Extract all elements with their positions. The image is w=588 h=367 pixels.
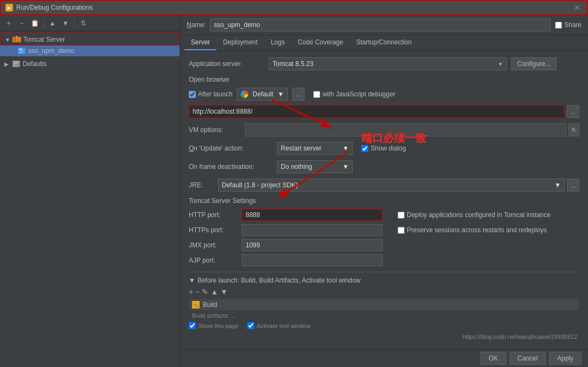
- close-button[interactable]: ✕: [572, 3, 583, 12]
- preserve-checkbox-label[interactable]: Preserve sessions across restarts and re…: [398, 226, 547, 234]
- browser-dots-button[interactable]: ...: [292, 88, 305, 101]
- svg-rect-6: [19, 53, 23, 53]
- jre-dots-button[interactable]: ...: [567, 179, 579, 192]
- ajp-port-input[interactable]: [242, 254, 382, 266]
- app-server-dropdown[interactable]: Tomcat 8.5.23 ▼: [269, 57, 507, 70]
- http-port-label: HTTP port:: [189, 211, 237, 219]
- sso-config-icon: [17, 47, 26, 55]
- vm-options-row: VM options: ⇱: [189, 123, 579, 136]
- jre-dropdown[interactable]: Default (1.8 - project SDK) ▼: [218, 179, 565, 192]
- deploy-checkbox[interactable]: [398, 212, 405, 219]
- bl-edit-button[interactable]: ✎: [202, 287, 208, 296]
- after-launch-checkbox-label[interactable]: After launch: [189, 90, 233, 98]
- copy-button[interactable]: 📋: [29, 18, 40, 29]
- vm-options-input[interactable]: [245, 123, 566, 136]
- svg-rect-4: [19, 49, 22, 50]
- add-button[interactable]: +: [3, 18, 14, 29]
- https-port-input[interactable]: [242, 224, 382, 236]
- tomcat-settings-section: Tomcat Server Settings HTTP port: Deploy…: [189, 197, 579, 266]
- after-launch-label: After launch: [198, 90, 233, 98]
- window-title: Run/Debug Configurations: [16, 4, 93, 11]
- url-input[interactable]: [189, 105, 565, 118]
- after-launch-checkbox[interactable]: [189, 91, 196, 98]
- separator: [43, 19, 44, 28]
- share-checkbox[interactable]: [555, 22, 562, 29]
- show-dialog-text: Show dialog: [371, 145, 406, 152]
- bl-down-button[interactable]: ▼: [220, 287, 228, 296]
- configure-button[interactable]: Configure...: [511, 57, 557, 70]
- build-sub-label: Build artifacts: ...: [189, 311, 579, 320]
- url-row: ...: [189, 105, 579, 118]
- sort-button[interactable]: ⇅: [78, 18, 89, 29]
- before-launch-title[interactable]: ▼ Before launch: Build, Build Artifacts,…: [189, 277, 579, 284]
- svg-rect-9: [14, 63, 18, 64]
- name-input[interactable]: [210, 18, 551, 31]
- ok-button[interactable]: OK: [480, 352, 506, 365]
- right-panel: Name: Share Server Deployment Logs Code …: [180, 15, 588, 367]
- tree-item-tomcat-server[interactable]: ▼ Tomcat Server: [0, 34, 180, 45]
- deploy-label: Deploy applications configured in Tomcat…: [407, 211, 551, 219]
- http-port-input[interactable]: [242, 209, 382, 221]
- tab-logs[interactable]: Logs: [264, 35, 291, 50]
- remove-button[interactable]: −: [16, 18, 27, 29]
- configuration-tree: ▼ Tomcat Server: [0, 31, 180, 367]
- browser-icon: [241, 90, 248, 98]
- on-frame-label: On frame deactivation:: [189, 163, 273, 171]
- browser-dropdown[interactable]: Default ▼: [237, 88, 288, 101]
- deploy-checkbox-label[interactable]: Deploy applications configured in Tomcat…: [398, 211, 551, 219]
- on-update-label: On 'Update' action:: [189, 145, 273, 152]
- tab-code-coverage[interactable]: Code Coverage: [291, 35, 349, 50]
- js-debug-checkbox[interactable]: [313, 91, 320, 98]
- preserve-checkbox[interactable]: [398, 227, 405, 234]
- js-debug-checkbox-label[interactable]: with JavaScript debugger: [313, 90, 395, 98]
- jre-label: JRE:: [189, 181, 216, 189]
- cancel-button[interactable]: Cancel: [510, 352, 546, 365]
- tomcat-settings-title: Tomcat Server Settings: [189, 197, 579, 205]
- show-dialog-checkbox[interactable]: [361, 145, 368, 152]
- vm-expand-button[interactable]: ⇱: [569, 123, 579, 136]
- apply-button[interactable]: Apply: [549, 352, 582, 365]
- https-port-label: HTTPs port:: [189, 226, 237, 234]
- tree-item-sso-upm-demo[interactable]: sso_upm_demo: [0, 45, 180, 56]
- before-launch-arrow: ▼: [189, 277, 195, 284]
- bl-add-button[interactable]: +: [189, 287, 193, 296]
- jre-dropdown-arrow: ▼: [554, 181, 561, 189]
- on-update-dropdown[interactable]: Restart server ▼: [277, 142, 353, 155]
- activate-tool-checkbox[interactable]: [247, 322, 254, 329]
- tab-deployment[interactable]: Deployment: [216, 35, 264, 50]
- on-update-value: Restart server: [281, 145, 321, 152]
- build-label: Build: [203, 301, 217, 309]
- left-panel: + − 📋 ▲ ▼ ⇅ ▼ Tomcat Server: [0, 15, 180, 367]
- on-update-arrow-icon: ▼: [342, 145, 349, 152]
- dropdown-arrow-icon: ▼: [498, 61, 503, 67]
- share-label: Share: [564, 21, 582, 29]
- on-frame-row: On frame deactivation: Do nothing ▼: [189, 160, 579, 173]
- tree-item-defaults[interactable]: ▶ Defaults: [0, 58, 180, 69]
- defaults-icon: [12, 60, 21, 68]
- on-frame-value: Do nothing: [281, 163, 312, 171]
- svg-rect-8: [14, 62, 19, 62]
- tab-server[interactable]: Server: [184, 35, 216, 50]
- toolbar: + − 📋 ▲ ▼ ⇅: [0, 15, 180, 31]
- on-frame-dropdown[interactable]: Do nothing ▼: [277, 160, 353, 173]
- title-bar: ▶ Run/Debug Configurations ✕: [0, 0, 588, 15]
- before-launch-section: ▼ Before launch: Build, Build Artifacts,…: [189, 272, 579, 320]
- url-dots-button[interactable]: ...: [567, 105, 579, 118]
- jmx-port-input[interactable]: [242, 239, 382, 251]
- move-up-button[interactable]: ▲: [47, 18, 58, 29]
- vm-options-label: VM options:: [189, 126, 243, 134]
- tree-arrow-defaults: ▶: [4, 61, 10, 67]
- show-dialog-label[interactable]: Show dialog: [361, 145, 406, 152]
- jre-value: Default (1.8 - project SDK): [222, 181, 298, 189]
- app-server-label: Application server:: [189, 60, 265, 68]
- bl-up-button[interactable]: ▲: [210, 287, 218, 296]
- tab-startup-connection[interactable]: Startup/Connection: [349, 35, 418, 50]
- build-icon: 🔨: [192, 301, 200, 309]
- sso-config-label: sso_upm_demo: [28, 47, 74, 55]
- bl-remove-button[interactable]: −: [195, 287, 200, 296]
- show-page-label: Show this page: [198, 323, 239, 329]
- move-down-button[interactable]: ▼: [60, 18, 71, 29]
- content-area: Application server: Tomcat 8.5.23 ▼ Conf…: [180, 51, 588, 338]
- tabs-bar: Server Deployment Logs Code Coverage Sta…: [180, 35, 588, 51]
- show-page-checkbox[interactable]: [189, 322, 196, 329]
